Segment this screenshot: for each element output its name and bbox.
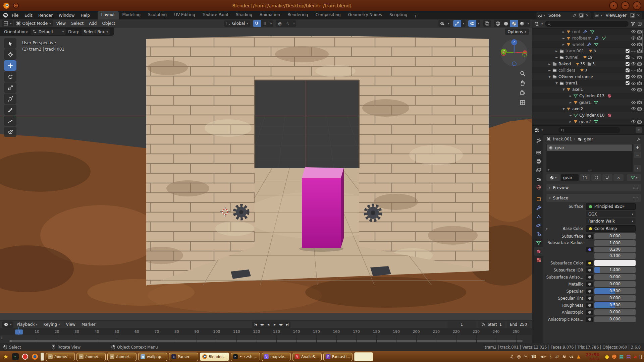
properties-tab-view-layer[interactable] xyxy=(534,166,543,174)
eye-open-icon[interactable] xyxy=(631,61,636,66)
close-button[interactable]: × xyxy=(633,1,641,10)
properties-editor-icon[interactable] xyxy=(534,128,539,133)
value-slider[interactable]: 0.500 xyxy=(594,302,636,308)
properties-tab-tool[interactable] xyxy=(534,136,543,145)
menu-file[interactable]: File xyxy=(9,13,21,18)
remove-viewlayer-icon[interactable]: × xyxy=(636,13,641,17)
camera-icon[interactable] xyxy=(637,119,642,124)
properties-tab-render[interactable] xyxy=(534,148,543,157)
outliner-item-colliders[interactable]: ►colliders3 xyxy=(532,67,644,73)
calculator-app-icon[interactable]: ▦ xyxy=(619,354,624,359)
eye-open-icon[interactable] xyxy=(631,74,636,79)
workspace-tab-texture-paint[interactable]: Texture Paint xyxy=(199,11,232,19)
outliner-item-Baked[interactable]: ►Baked353 xyxy=(532,61,644,67)
menu-edit[interactable]: Edit xyxy=(21,13,35,18)
unlink-material-button[interactable]: × xyxy=(613,174,624,181)
disclosure-icon[interactable]: ▼ xyxy=(547,75,552,78)
disclosure-icon[interactable]: ► xyxy=(568,101,573,104)
music-icon[interactable]: ♫ xyxy=(510,354,514,359)
surface-panel-header[interactable]: ▾ Surface :::: xyxy=(546,194,641,202)
properties-tab-modifiers[interactable] xyxy=(534,203,543,212)
keying-menu[interactable]: Keying▾ xyxy=(41,322,63,327)
outliner-item-roofbeam[interactable]: ►roofbeam xyxy=(532,35,644,41)
disclosure-icon[interactable]: ► xyxy=(547,69,552,72)
value-slider[interactable]: 0.500 xyxy=(594,288,636,294)
outliner-item-gear1[interactable]: ►gear1 xyxy=(532,99,644,106)
value-slider[interactable]: 0.000 xyxy=(594,316,636,322)
editor-type-button[interactable]: ▾ xyxy=(2,20,13,26)
xray-toggle[interactable] xyxy=(483,20,491,27)
overlays-dropdown[interactable]: ▾ xyxy=(476,22,481,25)
clipboard-icon[interactable]: ✂ xyxy=(524,354,528,359)
falloff-icon[interactable]: ∿ xyxy=(284,20,292,27)
select-dropdown[interactable]: GGX▾ xyxy=(586,211,636,217)
taskbar-button-parsec[interactable]: ❯Parsec xyxy=(169,353,198,361)
breadcrumb-object[interactable]: track.001 xyxy=(553,137,572,141)
workspace-tab-layout[interactable]: Layout xyxy=(98,11,119,19)
properties-tab-physics[interactable] xyxy=(534,221,543,230)
outliner-options-icon[interactable] xyxy=(637,21,642,26)
outliner-item-root[interactable]: ►root xyxy=(532,28,644,35)
camera-icon[interactable] xyxy=(637,42,642,47)
a-app-icon[interactable]: a xyxy=(634,354,637,359)
overlays-toggle[interactable] xyxy=(468,20,476,27)
eye-open-icon[interactable] xyxy=(631,87,636,92)
node-socket[interactable] xyxy=(586,260,593,266)
timeline-expand-chevron[interactable]: › xyxy=(1,335,3,340)
tool-tweak-select-button[interactable] xyxy=(4,38,16,49)
shading-solid-button[interactable] xyxy=(502,20,510,27)
workspace-tab-sculpting[interactable]: Sculpting xyxy=(144,11,170,19)
disclosure-icon[interactable]: ► xyxy=(561,43,566,46)
tool-rotate-button[interactable] xyxy=(4,71,16,82)
gizmos-toggle[interactable] xyxy=(453,20,461,27)
check-icon[interactable] xyxy=(625,81,630,86)
workspace-tab-shading[interactable]: Shading xyxy=(232,11,256,19)
previous-keyframe-button[interactable]: ◀◆ xyxy=(259,321,265,328)
drag-grip-icon[interactable]: :::: xyxy=(633,196,638,200)
wifi-icon[interactable]: ≋ xyxy=(562,354,566,359)
taskbar-button-zsh[interactable]: >_~ : zsh —... xyxy=(231,353,260,361)
tool-move-button[interactable] xyxy=(4,60,16,71)
material-slot-row[interactable]: gear xyxy=(547,144,632,151)
play-reverse-button[interactable]: ◀ xyxy=(265,321,271,328)
visibility-dropdown[interactable]: ▾ xyxy=(446,22,451,25)
disclosure-icon[interactable]: ► xyxy=(554,49,559,53)
timeline-view-menu[interactable]: View xyxy=(63,322,78,327)
navigation-gizmo[interactable]: Z Y xyxy=(499,38,529,68)
red-browser-icon[interactable] xyxy=(21,353,29,361)
tool-scale-button[interactable] xyxy=(4,82,16,93)
workspace-tab-rendering[interactable]: Rendering xyxy=(284,11,312,19)
disclosure-icon[interactable]: ▼ xyxy=(554,81,559,85)
eye-closed-icon[interactable] xyxy=(631,49,636,54)
properties-tab-object[interactable] xyxy=(534,195,543,203)
show-desktop-icon[interactable]: ▯ xyxy=(639,353,642,360)
properties-header-dropdown[interactable]: ▾ xyxy=(636,127,642,133)
value-slider[interactable]: 0.000 xyxy=(594,281,636,287)
properties-tab-object-data[interactable] xyxy=(534,238,543,247)
expand-icon[interactable]: ► xyxy=(546,227,548,230)
disclosure-icon[interactable]: ► xyxy=(561,30,566,34)
color-swatch[interactable] xyxy=(594,260,636,266)
taskbar-button-homea[interactable]: ≡/home/a... xyxy=(46,353,75,361)
node-link-button[interactable]: Color Ramp xyxy=(586,225,636,232)
keyboard-layout[interactable]: us xyxy=(569,354,574,359)
options-button[interactable]: Options ▾ xyxy=(505,28,529,35)
snap-target-icon[interactable]: ⠿ xyxy=(261,20,269,27)
material-slot-list[interactable]: gear ▸ :::: xyxy=(546,144,633,172)
camera-icon[interactable] xyxy=(637,106,642,111)
node-link-button[interactable]: Principled BSDF xyxy=(586,203,636,210)
scene-canvas[interactable] xyxy=(0,27,532,320)
disclosure-icon[interactable]: ► xyxy=(561,37,566,40)
node-socket[interactable] xyxy=(586,282,593,287)
camera-icon[interactable] xyxy=(637,100,642,105)
workspace-tab-scripting[interactable]: Scripting xyxy=(386,11,411,19)
new-viewlayer-icon[interactable] xyxy=(630,13,635,18)
viewport-menu-select[interactable]: Select xyxy=(68,21,86,26)
tool-measure-button[interactable] xyxy=(4,116,16,126)
value-slider[interactable]: 0.000 xyxy=(594,274,636,280)
outliner-item-gear2[interactable]: ►gear2 xyxy=(532,119,644,125)
taskbar-button-homea[interactable]: ≡/home/a... xyxy=(107,353,137,361)
shading-material-button[interactable] xyxy=(510,20,518,27)
snap-dropdown[interactable]: ▾ xyxy=(269,22,273,25)
node-socket[interactable] xyxy=(586,317,593,322)
